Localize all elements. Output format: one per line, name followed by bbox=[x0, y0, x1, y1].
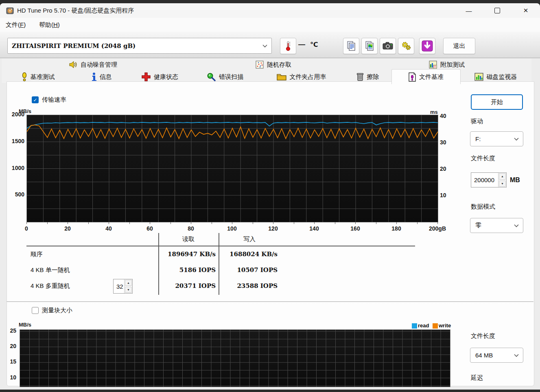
copy-text-icon bbox=[346, 41, 356, 51]
4k-multi-read-value: 20371 IOPS bbox=[161, 282, 216, 290]
tab-label: 随机存取 bbox=[267, 61, 291, 69]
x-axis-tick bbox=[253, 222, 253, 224]
block-size-checkbox[interactable]: 测量块大小 bbox=[32, 307, 72, 314]
start-button[interactable]: 开始 bbox=[471, 94, 523, 110]
bottom-file-length-dropdown[interactable]: 64 MB bbox=[470, 348, 523, 363]
axis-tick-label: 30 bbox=[440, 139, 452, 146]
axis-tick-label: 180 bbox=[384, 225, 409, 232]
axis-tick-label: 20 bbox=[55, 225, 80, 232]
tab-random-access[interactable]: 随机存取 bbox=[185, 59, 363, 71]
temperature-value: — bbox=[298, 41, 305, 49]
file-length-spinner[interactable]: 200000 ▲▼ bbox=[471, 172, 507, 187]
chevron-down-icon bbox=[262, 44, 267, 48]
screenshot-button[interactable] bbox=[380, 38, 396, 54]
screen-edge-bottom bbox=[0, 390, 540, 392]
section-divider bbox=[7, 301, 533, 302]
chevron-down-icon bbox=[514, 354, 519, 357]
menu-file[interactable]: 文件(F) bbox=[3, 20, 28, 30]
trash-icon bbox=[356, 72, 364, 81]
y-axis-left-labels: 200015001000500 bbox=[7, 115, 24, 222]
axis-tick-label: 120 bbox=[261, 225, 285, 232]
save-results-button[interactable] bbox=[419, 38, 435, 54]
x-axis-tick bbox=[273, 222, 273, 224]
checkbox-checked-icon: ✓ bbox=[32, 96, 39, 103]
x-axis-tick bbox=[47, 222, 48, 224]
benchmark-icon bbox=[22, 72, 27, 81]
legend-write-label: write bbox=[439, 322, 451, 329]
disk-monitor-icon bbox=[474, 73, 483, 81]
folder-icon bbox=[277, 73, 286, 81]
queue-depth-spinner[interactable]: 32 ▲▼ bbox=[113, 279, 133, 294]
axis-tick-label: 15 bbox=[4, 358, 16, 365]
spin-down-icon[interactable]: ▼ bbox=[125, 287, 132, 293]
y-right-unit: ms bbox=[430, 109, 438, 115]
data-mode-label: 数据模式 bbox=[471, 203, 495, 211]
temperature-unit: ℃ bbox=[310, 41, 318, 48]
table-header-rule bbox=[26, 246, 415, 246]
menu-help[interactable]: 帮助(H) bbox=[37, 20, 62, 30]
x-axis-ticks bbox=[26, 222, 437, 224]
table-vline-1 bbox=[158, 233, 159, 295]
y-axis-right-labels: 40302010 bbox=[440, 115, 456, 222]
scatter-icon bbox=[256, 61, 264, 69]
menu-bar: 文件(F) 帮助(H) bbox=[0, 18, 540, 32]
axis-tick-label: 2000 bbox=[7, 111, 24, 118]
data-mode-value: 零 bbox=[475, 222, 481, 229]
axis-tick-label: 160 bbox=[343, 225, 367, 232]
chevron-down-icon bbox=[514, 137, 519, 141]
seq-read-value: 1896947 KB/s bbox=[161, 250, 216, 258]
x-axis-tick bbox=[314, 222, 315, 224]
tab-file-benchmark-active[interactable]: 文件基准 bbox=[391, 69, 461, 84]
spin-down-icon[interactable]: ▼ bbox=[499, 181, 506, 187]
toolbar: ZHITAISPIRIT PREMIUM (2048 gB) — ℃ 退出 bbox=[0, 32, 540, 58]
tab-label: 附加测试 bbox=[440, 61, 465, 69]
tab-label: 信息 bbox=[100, 73, 112, 81]
drive-label: 驱动 bbox=[471, 118, 483, 125]
exit-button[interactable]: 退出 bbox=[443, 38, 475, 54]
4k-single-write-value: 10507 IOPS bbox=[223, 266, 278, 274]
extra-tests-icon bbox=[429, 61, 437, 69]
minimize-button[interactable]: — bbox=[459, 3, 478, 18]
data-mode-dropdown[interactable]: 零 bbox=[470, 218, 523, 233]
transfer-rate-checkbox[interactable]: ✓ 传输速率 bbox=[32, 96, 66, 104]
file-benchmark-icon bbox=[409, 72, 416, 82]
axis-tick-label: 1000 bbox=[7, 165, 24, 171]
legend-write-swatch bbox=[433, 323, 438, 329]
app-icon bbox=[6, 7, 14, 16]
drive-dropdown-value: F: bbox=[475, 135, 481, 142]
x-axis-tick bbox=[109, 222, 109, 224]
spin-up-icon[interactable]: ▲ bbox=[499, 173, 506, 180]
settings-button[interactable] bbox=[398, 38, 414, 54]
axis-tick-label: 140 bbox=[302, 225, 326, 232]
x-axis-tick bbox=[396, 222, 397, 224]
x-axis-tick bbox=[335, 222, 335, 224]
axis-tick-label: 1500 bbox=[7, 138, 24, 144]
x-axis-tick bbox=[355, 222, 356, 224]
file-length-value: 200000 bbox=[471, 173, 498, 187]
tab-label: 健康状态 bbox=[154, 73, 178, 81]
tab-auto-noise[interactable]: 自动噪音管理 bbox=[2, 59, 186, 71]
drive-dropdown[interactable]: F: bbox=[470, 131, 523, 146]
axis-tick-label: 500 bbox=[7, 191, 24, 198]
legend-read-label: read bbox=[418, 322, 429, 329]
x-axis-tick bbox=[68, 222, 68, 224]
window-title: HD Tune Pro 5.70 - 硬盘/固态硬盘实用程序 bbox=[17, 7, 134, 15]
temperature-button[interactable] bbox=[280, 38, 296, 54]
tab-label: 自动噪音管理 bbox=[81, 61, 117, 69]
queue-depth-value: 32 bbox=[114, 279, 124, 293]
maximize-button[interactable] bbox=[488, 3, 507, 18]
magnifier-icon bbox=[207, 72, 216, 81]
x-axis-tick bbox=[171, 222, 171, 224]
latency-label: 延迟 bbox=[471, 374, 483, 382]
maximize-icon bbox=[494, 8, 500, 13]
series-read bbox=[27, 122, 438, 128]
drive-select[interactable]: ZHITAISPIRIT PREMIUM (2048 gB) bbox=[7, 38, 272, 54]
copy-text-button[interactable] bbox=[343, 38, 359, 54]
spin-up-icon[interactable]: ▲ bbox=[125, 280, 132, 286]
copy-image-icon bbox=[365, 41, 374, 51]
x-axis-tick bbox=[417, 222, 418, 224]
tab-label: 磁盘监视器 bbox=[487, 73, 517, 81]
x-axis-tick bbox=[150, 222, 150, 224]
close-button[interactable]: ✕ bbox=[516, 3, 535, 18]
copy-image-button[interactable] bbox=[361, 38, 378, 54]
